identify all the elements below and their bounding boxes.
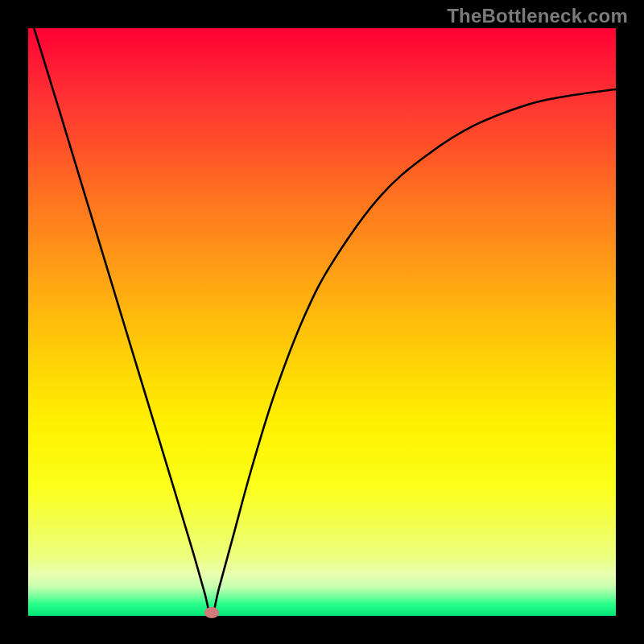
watermark-text: TheBottleneck.com (447, 5, 628, 27)
minimum-marker (204, 607, 219, 618)
plot-area (28, 28, 616, 616)
chart-frame: TheBottleneck.com (0, 0, 644, 644)
curve-path (34, 28, 616, 616)
curve-svg (28, 28, 616, 616)
